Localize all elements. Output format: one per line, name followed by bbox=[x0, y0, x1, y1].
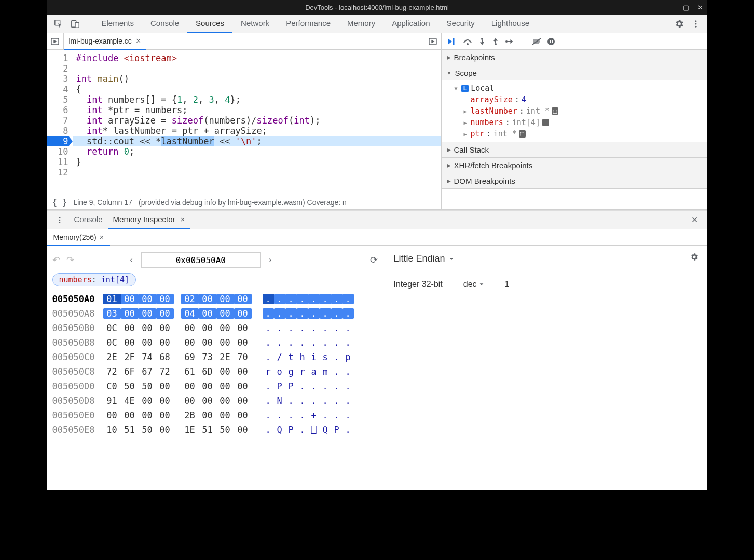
line-number[interactable]: 5 bbox=[47, 94, 68, 105]
minimize-icon[interactable]: — bbox=[668, 4, 675, 11]
memory-chip[interactable]: numbers: int[4] bbox=[52, 273, 136, 286]
hex-byte[interactable]: 69 bbox=[181, 352, 199, 362]
hex-byte[interactable]: 00 bbox=[156, 410, 174, 420]
hex-byte[interactable]: 00 bbox=[156, 395, 174, 406]
redo-icon[interactable]: ↷ bbox=[66, 254, 74, 266]
tab-sources[interactable]: Sources bbox=[187, 15, 232, 33]
line-number[interactable]: 12 bbox=[47, 167, 68, 177]
file-tab-close-icon[interactable]: × bbox=[136, 36, 141, 46]
more-icon[interactable] bbox=[689, 17, 703, 31]
callstack-section[interactable]: ▶Call Stack bbox=[442, 142, 707, 157]
hex-byte[interactable]: 50 bbox=[216, 425, 234, 435]
hex-byte[interactable]: 61 bbox=[181, 366, 199, 377]
run-snippet-icon[interactable] bbox=[424, 33, 441, 50]
hex-byte[interactable]: 2F bbox=[121, 352, 139, 362]
hex-byte[interactable]: 74 bbox=[139, 352, 156, 362]
breakpoints-section[interactable]: ▶Breakpoints bbox=[442, 50, 707, 65]
endian-selector[interactable]: Little Endian bbox=[394, 253, 697, 264]
hex-byte[interactable]: 2B bbox=[181, 410, 199, 420]
hex-byte[interactable]: 00 bbox=[139, 323, 156, 333]
hex-byte[interactable]: 51 bbox=[121, 425, 139, 435]
hex-byte[interactable]: 00 bbox=[121, 308, 139, 319]
step-icon[interactable] bbox=[505, 37, 514, 46]
hex-byte[interactable]: 2E bbox=[216, 352, 234, 362]
hex-byte[interactable]: 0C bbox=[103, 323, 121, 333]
hex-byte[interactable]: 00 bbox=[121, 294, 139, 304]
tab-security[interactable]: Security bbox=[438, 15, 483, 33]
hex-byte[interactable]: 00 bbox=[216, 308, 234, 319]
drawer-menu-icon[interactable] bbox=[50, 216, 69, 224]
hex-byte[interactable]: 00 bbox=[216, 381, 234, 391]
hex-byte[interactable]: 00 bbox=[156, 381, 174, 391]
drawer-tab-memory-inspector[interactable]: Memory Inspector× bbox=[108, 211, 190, 229]
hex-byte[interactable]: 00 bbox=[121, 323, 139, 333]
drawer-tab-console[interactable]: Console bbox=[69, 211, 108, 229]
tab-lighthouse[interactable]: Lighthouse bbox=[483, 15, 538, 33]
hex-byte[interactable]: 72 bbox=[103, 366, 121, 377]
line-number[interactable]: 4 bbox=[47, 84, 68, 94]
memory-icon[interactable]: ⬚ bbox=[552, 107, 558, 115]
hex-byte[interactable]: 04 bbox=[181, 308, 199, 319]
hex-byte[interactable]: 68 bbox=[156, 352, 174, 362]
hex-byte[interactable]: 50 bbox=[139, 381, 156, 391]
hex-byte[interactable]: 00 bbox=[156, 337, 174, 348]
line-number[interactable]: 2 bbox=[47, 63, 68, 74]
step-out-icon[interactable] bbox=[491, 37, 500, 46]
hex-byte[interactable]: 00 bbox=[199, 395, 216, 406]
hex-byte[interactable]: 00 bbox=[121, 337, 139, 348]
hex-byte[interactable]: 00 bbox=[216, 337, 234, 348]
memory-tab-close-icon[interactable]: × bbox=[100, 233, 104, 241]
hex-byte[interactable]: 01 bbox=[103, 294, 121, 304]
hex-byte[interactable]: 00 bbox=[199, 337, 216, 348]
hex-byte[interactable]: 00 bbox=[199, 308, 216, 319]
hex-byte[interactable]: 00 bbox=[199, 410, 216, 420]
scope-var-numbers[interactable]: ▶numbers: int[4] ⬚ bbox=[462, 117, 707, 128]
step-over-icon[interactable] bbox=[462, 37, 473, 46]
hex-byte[interactable]: 0C bbox=[103, 337, 121, 348]
hex-byte[interactable]: 73 bbox=[199, 352, 216, 362]
hex-byte[interactable]: 00 bbox=[216, 323, 234, 333]
maximize-icon[interactable]: ▢ bbox=[683, 4, 689, 11]
hex-byte[interactable]: 51 bbox=[199, 425, 216, 435]
hex-byte[interactable]: 6F bbox=[121, 366, 139, 377]
hex-byte[interactable]: 10 bbox=[103, 425, 121, 435]
settings-icon[interactable] bbox=[672, 17, 687, 31]
hex-byte[interactable]: 00 bbox=[156, 425, 174, 435]
resume-icon[interactable] bbox=[447, 37, 457, 46]
hex-byte[interactable]: 00 bbox=[234, 308, 252, 319]
hex-byte[interactable]: C0 bbox=[103, 381, 121, 391]
hex-byte[interactable]: 00 bbox=[216, 366, 234, 377]
xhr-section[interactable]: ▶XHR/fetch Breakpoints bbox=[442, 158, 707, 173]
file-tab[interactable]: lmi-bug-example.cc × bbox=[64, 33, 146, 50]
address-input[interactable] bbox=[141, 252, 261, 268]
hex-byte[interactable]: 00 bbox=[156, 308, 174, 319]
hex-byte[interactable]: 00 bbox=[156, 323, 174, 333]
memory-tab[interactable]: Memory(256) × bbox=[47, 229, 110, 246]
hex-byte[interactable]: 91 bbox=[103, 395, 121, 406]
hex-byte[interactable]: 00 bbox=[181, 323, 199, 333]
hex-byte[interactable]: 00 bbox=[234, 366, 252, 377]
refresh-icon[interactable]: ⟳ bbox=[370, 254, 378, 266]
line-number[interactable]: 6 bbox=[47, 105, 68, 115]
hex-byte[interactable]: 50 bbox=[139, 425, 156, 435]
inspect-icon[interactable] bbox=[51, 17, 66, 31]
hex-byte[interactable]: 03 bbox=[103, 308, 121, 319]
hex-byte[interactable]: 00 bbox=[234, 425, 252, 435]
line-number[interactable]: 1 bbox=[47, 53, 68, 63]
navigator-toggle-icon[interactable] bbox=[47, 33, 64, 50]
hex-byte[interactable]: 00 bbox=[234, 381, 252, 391]
hex-byte[interactable]: 00 bbox=[139, 410, 156, 420]
next-address-icon[interactable]: › bbox=[267, 255, 273, 265]
hex-byte[interactable]: 00 bbox=[156, 294, 174, 304]
line-number[interactable]: 10 bbox=[47, 146, 68, 157]
close-icon[interactable]: ✕ bbox=[697, 4, 703, 11]
line-number[interactable]: 9 bbox=[47, 136, 68, 146]
hex-byte[interactable]: 00 bbox=[121, 410, 139, 420]
undo-icon[interactable]: ↶ bbox=[52, 254, 60, 266]
settings-icon[interactable] bbox=[690, 252, 699, 262]
scope-var-ptr[interactable]: ▶ptr: int * ⬚ bbox=[462, 128, 707, 140]
drawer-tab-close-icon[interactable]: × bbox=[181, 215, 185, 224]
tab-elements[interactable]: Elements bbox=[93, 15, 143, 33]
hex-byte[interactable]: 67 bbox=[139, 366, 156, 377]
hex-byte[interactable]: 72 bbox=[156, 366, 174, 377]
